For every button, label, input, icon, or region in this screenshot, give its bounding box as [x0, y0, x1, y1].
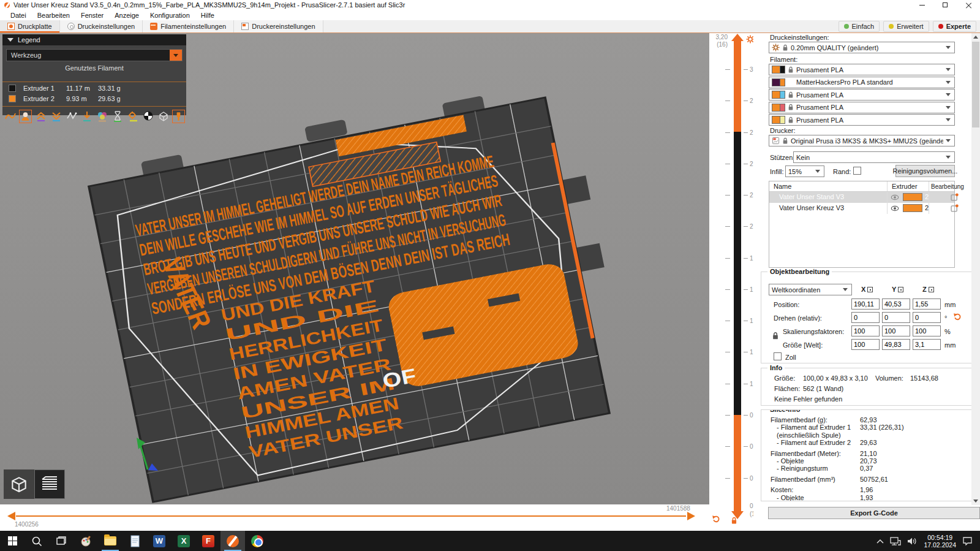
wireframe-icon[interactable]: [157, 110, 170, 123]
rotate-y-input[interactable]: [882, 312, 910, 323]
visibility-eye-icon[interactable]: [891, 194, 899, 200]
scrollbar-thumb[interactable]: [972, 42, 979, 127]
menu-hilfe[interactable]: Hilfe: [195, 11, 220, 20]
legend-header[interactable]: Legend: [2, 34, 186, 45]
infill-dropdown[interactable]: 15%: [785, 165, 824, 177]
mode-experte-button[interactable]: Experte: [933, 21, 976, 32]
mode-einfach-button[interactable]: Einfach: [839, 21, 880, 32]
slider-lock-icon[interactable]: [731, 517, 737, 525]
notepad-button[interactable]: [123, 531, 147, 551]
action-center-icon[interactable]: [962, 536, 973, 545]
menu-fenster[interactable]: Fenster: [75, 11, 109, 20]
editor-view-button[interactable]: [4, 469, 34, 499]
export-gcode-button[interactable]: Export G-Code: [768, 507, 980, 519]
filament-dropdown-1[interactable]: Prusament PLA: [769, 64, 955, 75]
scale-x-input[interactable]: [851, 325, 880, 336]
taskbar-clock[interactable]: 00:54:19 17.02.2024: [924, 534, 956, 549]
layer-slider-track-mid[interactable]: [734, 132, 741, 415]
column-header-bearbeitung[interactable]: Bearbeitung: [931, 183, 964, 190]
purging-volumes-button[interactable]: Reinigungsvolumen...: [895, 165, 955, 177]
layer-slider-top-handle[interactable]: [731, 34, 744, 41]
panel-scrollbar[interactable]: [971, 33, 980, 505]
visibility-eye-icon[interactable]: [891, 205, 899, 211]
dropdown-arrow-icon[interactable]: [170, 50, 182, 61]
start-button[interactable]: [0, 531, 24, 551]
position-x-input[interactable]: [851, 298, 880, 310]
uniform-scale-lock-icon[interactable]: [772, 332, 779, 340]
tool-marker-icon[interactable]: [172, 110, 185, 123]
menu-bearbeiten[interactable]: Bearbeiten: [32, 11, 75, 20]
size-x-input[interactable]: [851, 339, 880, 350]
file-explorer-button[interactable]: [98, 531, 123, 551]
deretractions-icon[interactable]: [34, 110, 47, 123]
prusaslicer-taskbar-button[interactable]: [221, 531, 245, 551]
scale-y-input[interactable]: [882, 325, 910, 336]
filament-dropdown-3[interactable]: Prusament PLA: [769, 89, 955, 101]
size-z-input[interactable]: [913, 339, 941, 350]
rotate-z-input[interactable]: [913, 312, 941, 323]
size-y-input[interactable]: [882, 339, 910, 350]
rotate-x-input[interactable]: [851, 312, 880, 323]
task-view-button[interactable]: [49, 531, 74, 551]
chrome-button[interactable]: [245, 531, 270, 551]
fusion-app-button[interactable]: F: [196, 531, 221, 551]
moves-slider-right-arrow[interactable]: [687, 512, 695, 520]
travel-icon[interactable]: [4, 110, 17, 123]
supports-dropdown[interactable]: Kein: [793, 151, 955, 163]
object-row-1[interactable]: Vater Unser Stand V32: [769, 192, 954, 203]
position-z-input[interactable]: [913, 298, 941, 310]
edit-object-icon[interactable]: [951, 193, 959, 201]
tool-head-icon[interactable]: [19, 110, 32, 123]
extruder-color-swatch[interactable]: [903, 204, 922, 212]
menu-datei[interactable]: Datei: [5, 11, 32, 20]
printer-dropdown[interactable]: Original Prusa i3 MK3S & MK3S+ MMU2S (ge…: [769, 135, 955, 146]
extruder-color-swatch[interactable]: [903, 193, 922, 201]
column-header-name[interactable]: Name: [774, 183, 791, 190]
reset-rotation-icon[interactable]: [953, 313, 962, 321]
network-icon[interactable]: [890, 537, 901, 545]
filament-dropdown-2[interactable]: MatterHackersPro PLA standard: [769, 77, 955, 88]
custom-gcode-icon[interactable]: [126, 110, 139, 123]
menu-anzeige[interactable]: Anzeige: [109, 11, 145, 20]
mode-erweitert-button[interactable]: Erweitert: [883, 21, 929, 32]
brim-checkbox[interactable]: [853, 167, 861, 175]
preview-view-button[interactable]: [34, 469, 65, 499]
scroll-down-icon[interactable]: [973, 500, 978, 503]
maximize-button[interactable]: [933, 0, 957, 10]
column-header-extruder[interactable]: Extruder: [892, 183, 918, 190]
center-of-mass-icon[interactable]: [141, 110, 154, 123]
color-changes-icon[interactable]: [96, 110, 108, 123]
coordinate-system-dropdown[interactable]: Weltkoordinaten: [769, 284, 852, 295]
slider-reset-icon[interactable]: [712, 515, 720, 523]
excel-button[interactable]: X: [172, 531, 196, 551]
inches-checkbox[interactable]: [774, 352, 782, 360]
edit-object-icon[interactable]: [951, 204, 959, 212]
moves-slider-track[interactable]: [16, 515, 686, 517]
travel-moves-icon[interactable]: [80, 110, 93, 123]
scale-z-input[interactable]: [913, 325, 941, 336]
tab-druckereinstellungen[interactable]: Druckereinstellungen: [234, 20, 323, 32]
tab-druckplatte[interactable]: Druckplatte: [0, 20, 60, 32]
print-settings-dropdown[interactable]: 0.20mm QUALITY (geändert): [769, 42, 955, 53]
scroll-up-icon[interactable]: [973, 36, 978, 39]
seams-icon[interactable]: [65, 110, 78, 123]
close-button[interactable]: [957, 0, 980, 10]
tab-filamenteinstellungen[interactable]: Filamenteinstellungen: [143, 20, 234, 32]
view-type-dropdown[interactable]: Werkzeug: [6, 49, 183, 61]
word-button[interactable]: W: [147, 531, 172, 551]
paint-app-button[interactable]: [74, 531, 98, 551]
position-y-input[interactable]: [882, 298, 910, 310]
minimize-button[interactable]: [910, 0, 933, 10]
object-row-2[interactable]: Vater Unser Kreuz V32: [769, 203, 954, 214]
moves-slider-left-arrow[interactable]: [7, 512, 15, 520]
tab-druckeinstellungen[interactable]: Druckeinstellungen: [60, 20, 143, 32]
retractions-icon[interactable]: [50, 110, 62, 123]
filament-dropdown-4[interactable]: Prusament PLA: [769, 102, 955, 113]
search-button[interactable]: [24, 531, 49, 551]
tray-expand-icon[interactable]: [876, 539, 884, 544]
menu-konfiguration[interactable]: Konfiguration: [145, 11, 195, 20]
pause-print-icon[interactable]: [111, 110, 124, 123]
layer-slider-track-bottom[interactable]: [734, 415, 741, 511]
layer-slider-track-top[interactable]: [734, 41, 741, 132]
volume-icon[interactable]: [907, 537, 918, 545]
